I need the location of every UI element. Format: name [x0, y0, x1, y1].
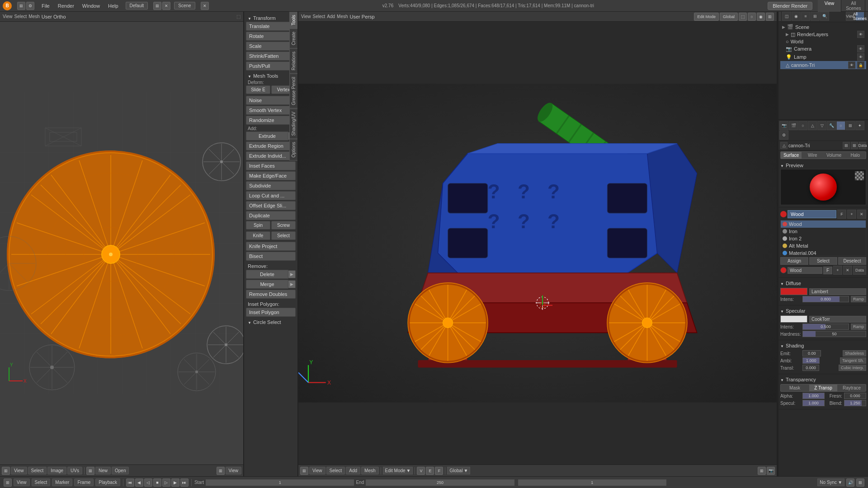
3d-ctrl-f[interactable]: F: [435, 467, 443, 475]
tree-renderlayers[interactable]: ▶ ◫ RenderLayers 👁: [780, 30, 866, 38]
data-icon2[interactable]: ✕: [843, 266, 852, 275]
shading-uv-tab[interactable]: Shading/UV: [289, 108, 298, 139]
mat-new-btn[interactable]: +: [847, 210, 856, 219]
mat-del-btn[interactable]: ✕: [857, 210, 866, 219]
cannon-vis[interactable]: 👁: [848, 61, 855, 69]
menu-file[interactable]: File: [38, 2, 53, 9]
f-btn[interactable]: F: [823, 267, 832, 274]
lv-open-btn[interactable]: Open: [112, 467, 129, 474]
tl-marker-btn[interactable]: Marker: [52, 479, 72, 486]
select-menu[interactable]: Select: [14, 14, 27, 19]
3d-icon1[interactable]: ⊞: [300, 467, 308, 475]
3d-ctrl2[interactable]: ○: [748, 13, 756, 21]
tree-camera[interactable]: 📷 Camera 👁: [780, 45, 866, 53]
3d-ctrl4[interactable]: ⊞: [766, 13, 774, 21]
layout-icon2[interactable]: ✕: [162, 2, 170, 10]
data-icon1[interactable]: +: [833, 266, 842, 275]
render-engine[interactable]: Blender Render: [768, 2, 812, 10]
prop-world-icon[interactable]: ○: [798, 121, 807, 130]
inset-faces-btn[interactable]: Inset Faces: [246, 161, 296, 170]
scene-select[interactable]: Scene: [174, 2, 195, 9]
merge-btn[interactable]: Merge: [246, 280, 288, 289]
cannon-lock[interactable]: 🔒: [857, 61, 864, 69]
prop-obj-icon[interactable]: △: [808, 121, 817, 130]
menu-help[interactable]: Help: [104, 2, 122, 9]
lv-icon3[interactable]: ⊞: [217, 467, 225, 475]
3d-view-btn[interactable]: View: [309, 467, 326, 474]
obj-icon2[interactable]: ⊞: [851, 142, 858, 149]
mat-select-btn[interactable]: Select: [809, 257, 837, 265]
diffuse-color-swatch[interactable]: [780, 288, 807, 295]
diffuse-shader-dropdown[interactable]: Lambert: [809, 288, 866, 295]
mat-name-input[interactable]: [788, 210, 836, 218]
all-scenes-tab[interactable]: All Scenes: [842, 0, 865, 12]
diffuse-ramp-btn[interactable]: Ramp: [851, 296, 866, 302]
randomize-btn[interactable]: Randomize: [246, 116, 296, 125]
offset-edge-btn[interactable]: Offset Edge Sli...: [246, 201, 296, 210]
3d-viewport[interactable]: View Select Add Mesh User Persp Edit Mod…: [298, 12, 778, 476]
ol-icon2[interactable]: ◉: [792, 12, 801, 21]
spec-intens-slider[interactable]: 0.500: [802, 324, 849, 330]
knife-btn[interactable]: Knife: [246, 231, 270, 240]
3d-ctrl1[interactable]: ⬚: [739, 13, 747, 21]
bisect-btn[interactable]: Bisect: [246, 252, 296, 261]
obj-icon[interactable]: △: [780, 142, 788, 149]
tl-end-input[interactable]: 250: [366, 479, 514, 486]
ol-icon3[interactable]: ≡: [801, 12, 810, 21]
3d-ctrl-v[interactable]: V: [417, 467, 425, 475]
emit-slider[interactable]: 0.00: [802, 350, 821, 357]
assign-btn[interactable]: Assign: [780, 257, 808, 265]
extrude-individ-btn[interactable]: Extrude Individ...: [246, 151, 296, 160]
menu-render[interactable]: Render: [54, 2, 78, 9]
wire-tab[interactable]: Wire: [802, 152, 823, 159]
spin-btn[interactable]: Spin: [246, 221, 270, 230]
3d-view-icons[interactable]: ⊞: [758, 467, 766, 475]
layout-icon1[interactable]: ⊞: [153, 2, 161, 10]
mat-item-3[interactable]: Alt Metal: [781, 242, 866, 249]
knife-project-btn[interactable]: Knife Project: [246, 242, 296, 251]
lv-view2-btn[interactable]: View: [226, 467, 242, 474]
duplicate-btn[interactable]: Duplicate: [246, 211, 296, 220]
tree-scene[interactable]: ▶ 🎬 Scene: [780, 23, 866, 30]
tl-stop[interactable]: ■: [153, 479, 161, 487]
tl-start-input[interactable]: 1: [206, 479, 354, 486]
volume-tab[interactable]: Volume: [824, 152, 844, 159]
ztransp-tab[interactable]: Z Transp: [809, 385, 837, 391]
options-tab[interactable]: Options: [289, 139, 298, 160]
mat-item-4[interactable]: Material.004: [781, 249, 866, 256]
tl-fwd-frame[interactable]: ▶: [171, 479, 179, 487]
smooth-vertex-btn[interactable]: Smooth Vertex: [246, 106, 296, 115]
workspace-icon2[interactable]: ⚙: [26, 2, 34, 10]
3d-select-menu[interactable]: Select: [313, 14, 326, 19]
tl-sync-dropdown[interactable]: No Sync ▼: [817, 479, 844, 486]
mat-f-btn[interactable]: F: [837, 210, 846, 219]
rl-vis[interactable]: 👁: [857, 31, 864, 38]
relations-tab[interactable]: Relations: [289, 48, 298, 74]
lv-icon2[interactable]: ⊞: [86, 467, 94, 475]
tl-skip-end[interactable]: ⏭: [180, 479, 189, 487]
inset-polygon-btn[interactable]: Inset Polygon: [246, 308, 296, 317]
3d-edit-mode[interactable]: Edit Mode: [694, 13, 719, 21]
blend-slider[interactable]: 1.250: [844, 400, 866, 406]
subdivide-btn[interactable]: Subdivide: [246, 181, 296, 190]
loop-cut-btn[interactable]: Loop Cut and ...: [246, 191, 296, 200]
mode-select[interactable]: Default: [126, 2, 148, 9]
grease-pencil-tab[interactable]: Grease Pencil: [289, 74, 298, 108]
data-icon3[interactable]: Data: [853, 266, 866, 275]
all-scenes-btn[interactable]: All Scenes: [855, 12, 864, 21]
vp-ctrl1[interactable]: ⬚: [236, 14, 241, 19]
transl-slider[interactable]: 0.000: [802, 365, 819, 371]
tl-play-back[interactable]: ◁: [144, 479, 152, 487]
hardness-slider[interactable]: 50: [802, 331, 866, 337]
prop-material-icon[interactable]: ○: [836, 121, 845, 130]
3d-mesh-btn[interactable]: Mesh: [361, 467, 378, 474]
rotate-btn[interactable]: Rotate: [246, 32, 296, 41]
lv-new-btn[interactable]: New: [95, 467, 111, 474]
prop-particle-icon[interactable]: ✦: [855, 121, 864, 130]
prop-render-icon[interactable]: 📷: [779, 121, 788, 130]
prop-texture-icon[interactable]: ⊞: [846, 121, 855, 130]
mask-tab[interactable]: Mask: [781, 385, 809, 391]
view-menu[interactable]: View: [3, 14, 13, 19]
edit-mode-dropdown[interactable]: Edit Mode ▼: [383, 467, 413, 474]
cubic-btn[interactable]: Cubic Interp.: [839, 365, 866, 371]
